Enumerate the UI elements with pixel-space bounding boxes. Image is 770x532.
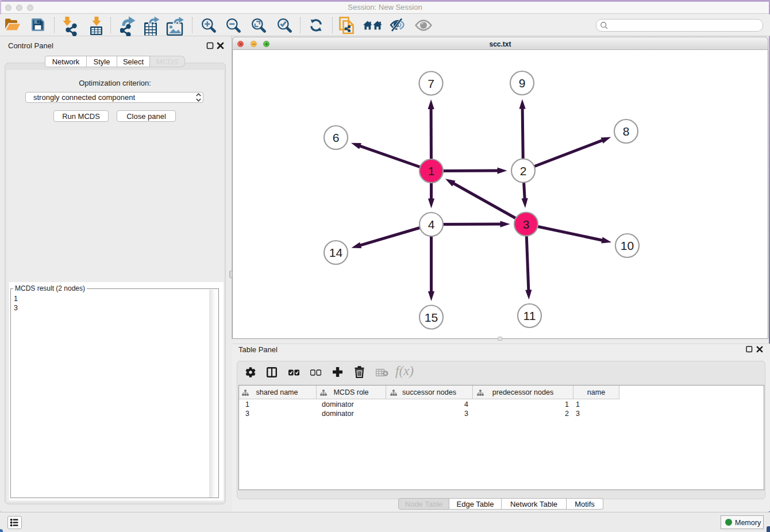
svg-text:7: 7 xyxy=(428,77,434,90)
svg-text:9: 9 xyxy=(519,76,526,90)
svg-text:4: 4 xyxy=(428,218,435,231)
svg-text:11: 11 xyxy=(523,309,536,322)
svg-text:15: 15 xyxy=(425,311,438,324)
svg-text:1: 1 xyxy=(428,164,435,178)
svg-text:2: 2 xyxy=(520,164,527,178)
svg-text:10: 10 xyxy=(621,239,634,252)
svg-text:6: 6 xyxy=(333,131,340,144)
svg-text:14: 14 xyxy=(329,246,343,259)
svg-text:8: 8 xyxy=(623,125,630,138)
svg-text:3: 3 xyxy=(523,218,530,231)
